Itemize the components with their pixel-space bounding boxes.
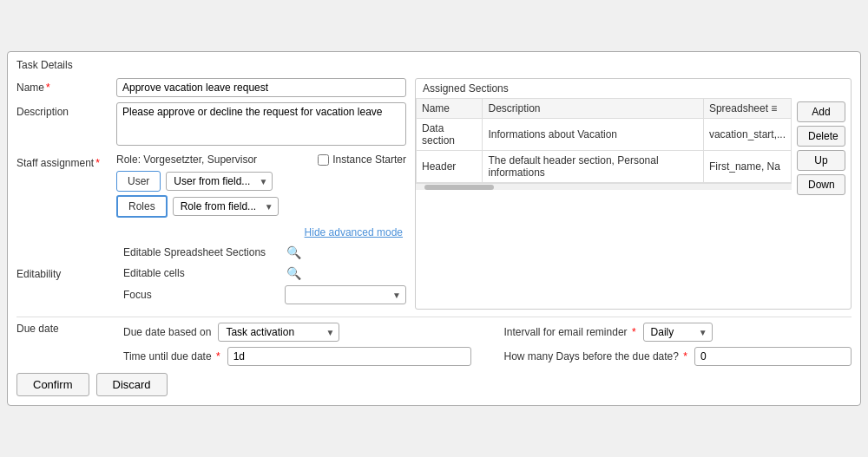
description-field-wrapper: Please approve or decline the request fo… [116,102,406,148]
table-scrollbar[interactable] [416,183,792,190]
assigned-sections-panel: Assigned Sections Name Description Sprea… [415,78,852,310]
col-description-header: Description [483,99,703,119]
how-many-days-label: How many Days before the due date? * [504,350,687,362]
assigned-sections-title: Assigned Sections [416,79,851,98]
editable-spreadsheet-search-button[interactable]: 🔍 [285,244,303,261]
user-from-field-select[interactable]: User from field... [166,172,273,191]
sections-table-wrap: Name Description Spreadsheet ≡ Data sect… [416,98,792,199]
add-button[interactable]: Add [797,101,845,122]
roles-row: Roles Role from field... ▼ [116,195,406,218]
discard-button[interactable]: Discard [96,373,168,396]
footer-buttons: Confirm Discard [16,373,852,396]
due-date-section: Due date Due date based on Task activati… [16,313,852,366]
task-details-panel: Task Details Name* Description [7,51,861,406]
table-cell-description: Informations about Vacation [483,119,703,151]
table-cell-description: The default header section, Personal inf… [483,151,703,183]
interval-row: Intervall for email reminder * Daily ▼ [504,323,852,342]
focus-label: Focus [123,289,279,301]
name-input[interactable] [116,78,406,97]
up-button[interactable]: Up [797,150,845,171]
role-line: Role: Vorgesetzter, Supervisor Instance … [116,153,406,166]
sections-actions: Add Delete Up Down [792,98,851,199]
interval-label: Intervall for email reminder * [504,326,636,338]
col-spreadsheet-header: Spreadsheet ≡ [703,99,791,119]
staff-assignment-row: Staff assignment* Role: Vorgesetzter, Su… [16,153,406,221]
table-row[interactable]: HeaderThe default header section, Person… [417,151,792,183]
down-button[interactable]: Down [797,174,845,195]
editability-label: Editability [16,268,116,280]
name-label: Name* [16,78,116,94]
editable-cells-row: Editable cells 🔍 [123,264,406,282]
time-until-row: Time until due date * [123,347,471,366]
description-label: Description [16,102,116,118]
instance-starter-label: Instance Starter [332,153,406,166]
editable-cells-search-button[interactable]: 🔍 [285,264,303,282]
editability-group: Editable Spreadsheet Sections 🔍 Editable… [123,244,406,304]
delete-button[interactable]: Delete [797,126,845,147]
description-row: Description Please approve or decline th… [16,102,406,148]
due-date-based-on-wrapper: Task activation ▼ [218,323,339,342]
interval-select[interactable]: Daily [643,323,713,342]
instance-starter-wrapper: Instance Starter [318,153,406,166]
staff-assignment-content: Role: Vorgesetzter, Supervisor Instance … [116,153,406,221]
sections-table: Name Description Spreadsheet ≡ Data sect… [416,98,792,183]
editable-cells-label: Editable cells [123,267,279,279]
scrollbar-thumb [424,185,494,190]
due-date-based-on-select[interactable]: Task activation [218,323,339,342]
how-many-days-input[interactable] [694,347,852,366]
table-cell-name: Header [417,151,483,183]
staff-assignment-label: Staff assignment* [16,153,116,169]
due-date-section-label: Due date [16,323,116,335]
how-many-days-row: How many Days before the due date? * [504,347,852,366]
name-row: Name* [16,78,406,97]
interval-select-wrapper: Daily ▼ [643,323,713,342]
time-until-input[interactable] [227,347,471,366]
editability-row: Editability Editable Spreadsheet Section… [16,244,406,304]
focus-select[interactable] [285,285,406,304]
table-cell-spreadsheet: First_name, Na [703,151,791,183]
name-field-wrapper [116,78,406,97]
col-name-header: Name [417,99,483,119]
due-date-based-on-row: Due date based on Task activation ▼ [123,323,471,342]
user-button[interactable]: User [116,171,161,192]
user-from-field-wrapper: User from field... ▼ [166,172,273,191]
time-until-label: Time until due date * [123,350,220,362]
task-details-title: Task Details [16,59,852,71]
role-text: Role: Vorgesetzter, Supervisor [116,153,257,166]
confirm-button[interactable]: Confirm [16,373,89,396]
left-panel: Name* Description Please approve or decl… [16,78,406,310]
table-cell-name: Data section [417,119,483,151]
editable-spreadsheet-label: Editable Spreadsheet Sections [123,246,279,258]
role-from-field-wrapper: Role from field... ▼ [173,197,279,216]
focus-row: Focus ▼ [123,285,406,304]
roles-button[interactable]: Roles [116,195,168,218]
sections-layout: Name Description Spreadsheet ≡ Data sect… [416,98,851,199]
user-row: User User from field... ▼ [116,171,406,192]
role-from-field-select[interactable]: Role from field... [173,197,279,216]
editable-spreadsheet-row: Editable Spreadsheet Sections 🔍 [123,244,406,261]
hide-advanced-link[interactable]: Hide advanced mode [16,226,406,238]
instance-starter-checkbox[interactable] [318,154,329,166]
description-input[interactable]: Please approve or decline the request fo… [116,102,406,146]
table-cell-spreadsheet: vacation_start,... [703,119,791,151]
table-row[interactable]: Data sectionInformations about Vacationv… [417,119,792,151]
focus-select-wrapper: ▼ [285,285,406,304]
table-header-row: Name Description Spreadsheet ≡ [417,99,792,119]
due-date-based-on-label: Due date based on [123,326,211,338]
